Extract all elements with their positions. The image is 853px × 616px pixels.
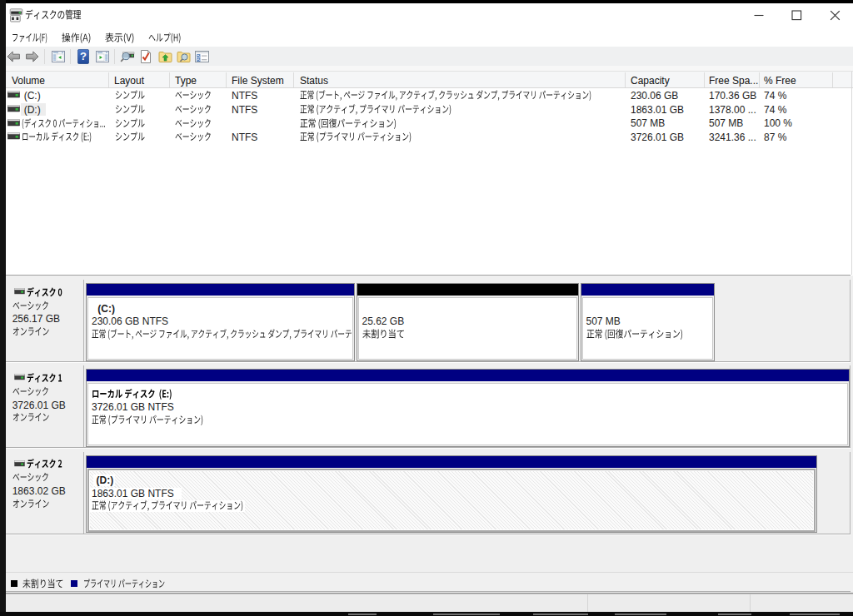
svg-text:?: ? <box>80 50 87 62</box>
